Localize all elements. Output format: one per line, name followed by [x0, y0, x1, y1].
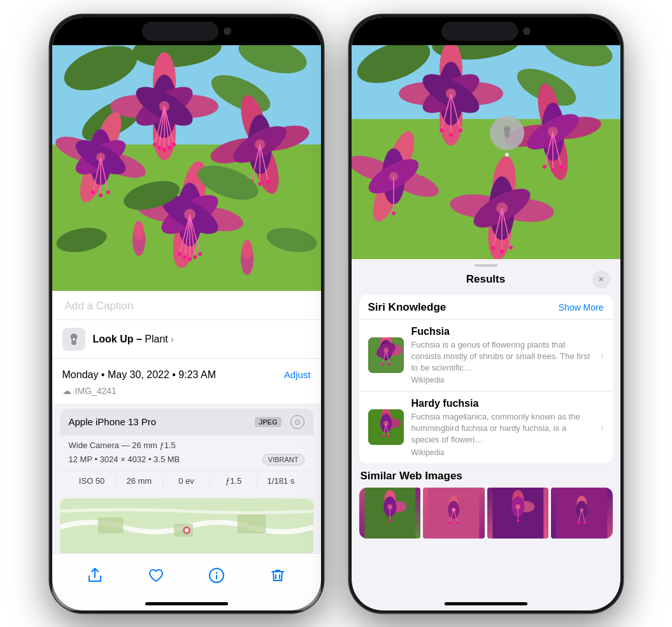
hardy-fuchsia-thumbnail: [368, 409, 404, 445]
front-camera-right: [523, 27, 531, 35]
visual-look-up-button[interactable]: [490, 116, 524, 150]
jpeg-badge: JPEG: [255, 417, 281, 427]
left-phone: Add a Caption Look Up – Plant: [50, 15, 324, 613]
home-indicator-left: [145, 602, 228, 605]
svg-point-67: [188, 257, 192, 261]
phone-notch-left: [52, 17, 321, 45]
svg-point-140: [491, 246, 495, 250]
share-button[interactable]: [81, 561, 109, 589]
siri-header: Siri Knowledge Show More: [359, 295, 613, 319]
svg-point-37: [99, 194, 103, 197]
svg-point-190: [577, 521, 580, 524]
svg-point-105: [440, 129, 443, 132]
fuchsia-chevron-icon: ›: [600, 349, 603, 361]
delete-button[interactable]: [264, 561, 292, 589]
device-name: Apple iPhone 13 Pro: [69, 416, 157, 427]
svg-point-36: [91, 190, 95, 194]
svg-point-86: [216, 572, 218, 574]
caption-placeholder: Add a Caption: [65, 300, 134, 312]
svg-point-50: [258, 182, 262, 186]
similar-web-section: Similar Web Images: [359, 470, 613, 539]
svg-point-75: [134, 221, 144, 240]
show-more-button[interactable]: Show More: [559, 302, 604, 313]
similar-image-2[interactable]: [423, 488, 485, 539]
results-title: Results: [466, 273, 505, 286]
photo-right: [352, 17, 620, 259]
gear-icon[interactable]: ⊙: [290, 415, 304, 429]
exif-shutter: 1/181 s: [257, 475, 304, 487]
svg-point-66: [183, 255, 187, 259]
date-row: Monday • May 30, 2022 • 9:23 AM Adjust: [52, 362, 321, 384]
map-area[interactable]: [60, 498, 313, 556]
exif-ev: 0 ev: [163, 475, 210, 487]
device-header: Apple iPhone 13 Pro JPEG ⊙: [60, 409, 313, 435]
phone-screen-left: Add a Caption Look Up – Plant: [52, 17, 321, 610]
date-section: Monday • May 30, 2022 • 9:23 AM Adjust ☁…: [52, 359, 321, 404]
device-section: Apple iPhone 13 Pro JPEG ⊙ Wide Camera —…: [60, 409, 313, 493]
photo-left: [52, 17, 321, 291]
svg-point-191: [583, 521, 586, 524]
like-button[interactable]: [142, 561, 170, 589]
filename-row: ☁ IMG_4241: [52, 384, 321, 404]
flower-photo-right: [352, 17, 620, 259]
svg-point-152: [388, 363, 390, 365]
svg-point-106: [449, 133, 453, 137]
hardy-fuchsia-content: Hardy fuchsia Fuchsia magellanica, commo…: [411, 398, 596, 457]
phone-inner-left: Add a Caption Look Up – Plant: [52, 17, 321, 610]
exif-focal: 26 mm: [116, 475, 163, 487]
svg-point-23: [168, 146, 171, 150]
results-close-button[interactable]: ×: [592, 271, 610, 288]
notch-pill-right: [441, 22, 518, 41]
svg-point-183: [517, 519, 519, 522]
camera-specs: Wide Camera — 26 mm ƒ1.5: [60, 435, 313, 453]
svg-point-77: [242, 240, 252, 259]
hardy-fuchsia-chevron-icon: ›: [600, 421, 603, 433]
svg-point-129: [392, 211, 396, 215]
look-up-icon: [62, 328, 85, 351]
fuchsia-thumbnail: [368, 337, 404, 373]
device-right: JPEG ⊙: [255, 415, 304, 429]
svg-point-38: [106, 190, 110, 194]
svg-point-168: [389, 519, 391, 522]
fuchsia-desc: Fuchsia is a genus of flowering plants t…: [411, 339, 596, 374]
exif-row: ISO 50 26 mm 0 ev ƒ1.5 1/181 s: [60, 470, 313, 493]
svg-point-24: [172, 143, 176, 146]
similar-image-4[interactable]: [551, 488, 613, 539]
similar-image-3[interactable]: [487, 488, 549, 539]
info-section: Look Up – Plant ›: [52, 320, 321, 359]
similar-images-row: [359, 488, 613, 539]
svg-point-20: [153, 143, 157, 146]
svg-point-119: [551, 168, 555, 172]
adjust-button[interactable]: Adjust: [284, 369, 311, 380]
svg-point-175: [448, 521, 451, 524]
hardy-fuchsia-title: Hardy fuchsia: [411, 398, 596, 409]
hardy-fuchsia-source: Wikipedia: [411, 448, 596, 457]
info-button[interactable]: [203, 561, 231, 589]
svg-rect-80: [97, 518, 123, 533]
svg-point-160: [382, 435, 385, 437]
svg-point-151: [382, 363, 384, 365]
phone-screen-right: Results × Siri Knowledge Show More: [352, 17, 620, 610]
phone-notch-right: [352, 17, 620, 45]
knowledge-item-fuchsia[interactable]: Fuchsia Fuchsia is a genus of flowering …: [359, 319, 613, 391]
svg-point-22: [162, 148, 166, 151]
svg-point-142: [509, 246, 513, 250]
svg-point-21: [157, 146, 161, 150]
caption-area[interactable]: Add a Caption: [52, 291, 321, 319]
similar-web-title: Similar Web Images: [359, 470, 613, 483]
fuchsia-title: Fuchsia: [411, 326, 596, 337]
exif-iso: ISO 50: [69, 475, 116, 487]
knowledge-item-hardy-fuchsia[interactable]: Hardy fuchsia Fuchsia magellanica, commo…: [359, 391, 613, 463]
svg-point-176: [456, 521, 459, 524]
svg-point-141: [500, 250, 504, 253]
svg-point-107: [459, 129, 462, 132]
fuchsia-content: Fuchsia Fuchsia is a genus of flowering …: [411, 326, 596, 385]
phones-container: Add a Caption Look Up – Plant: [0, 0, 672, 627]
flower-photo-left: [52, 17, 321, 291]
look-up-chevron-icon: ›: [171, 334, 174, 345]
svg-point-51: [266, 180, 270, 183]
look-up-row[interactable]: Look Up – Plant ›: [52, 320, 321, 359]
svg-point-161: [387, 435, 390, 437]
front-camera-left: [224, 27, 231, 35]
similar-image-1[interactable]: [359, 488, 421, 539]
